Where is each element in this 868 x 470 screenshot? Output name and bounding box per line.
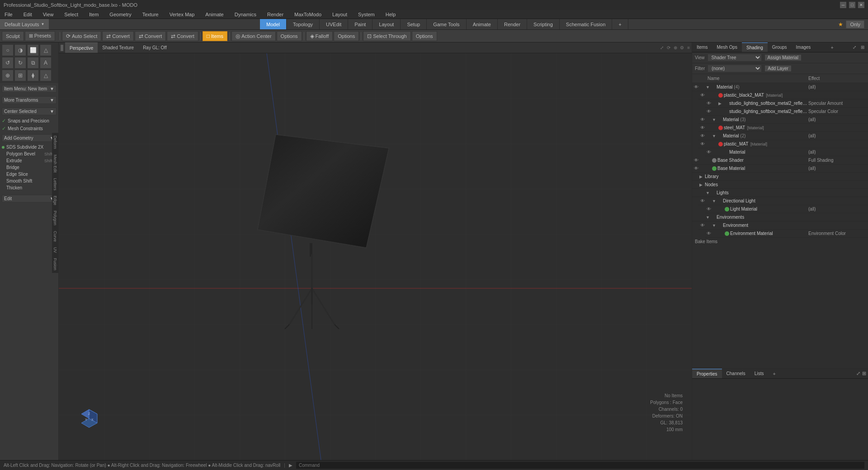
vis-icon-material-4[interactable]: 👁: [693, 84, 699, 90]
extrude-tool[interactable]: Extrude Shift-X: [0, 157, 58, 164]
sidebar-icon-4[interactable]: △: [40, 44, 52, 56]
items-button[interactable]: □ Items: [203, 31, 227, 41]
tab-topology[interactable]: Topology: [287, 19, 320, 29]
vis-icon-plastic-mat[interactable]: 👁: [699, 141, 706, 147]
vtab-letters[interactable]: Letters: [52, 175, 58, 193]
sidebar-icon-5[interactable]: ↺: [2, 57, 14, 69]
menu-geometry[interactable]: Geometry: [107, 11, 134, 18]
vis-icon-studio-sa[interactable]: 👁: [706, 100, 712, 107]
vis-icon-steel-mat[interactable]: 👁: [699, 125, 706, 131]
vis-icon-material-single[interactable]: 👁: [706, 149, 712, 155]
tree-row-studio-specular-amount[interactable]: 👁 ▶ studio_lighting_softbox_metal2_refle…: [705, 99, 868, 108]
right-tab-add[interactable]: +: [828, 44, 836, 51]
vis-icon-env-mat[interactable]: 👁: [706, 230, 712, 237]
tree-row-material-single[interactable]: 👁 Material (all): [705, 148, 868, 156]
action-center-button[interactable]: ◎ Action Center: [231, 31, 276, 41]
menu-edit[interactable]: Edit: [21, 11, 35, 18]
vtab-uv[interactable]: UV: [52, 244, 58, 256]
sidebar-icon-12[interactable]: △: [40, 70, 52, 81]
vis-icon-material-2[interactable]: 👁: [699, 133, 706, 139]
vis-icon-light-mat[interactable]: 👁: [706, 206, 712, 212]
menu-animate[interactable]: Animate: [203, 11, 226, 18]
lock-icon-material-single[interactable]: [712, 149, 718, 155]
sidebar-icon-8[interactable]: A: [40, 57, 52, 69]
rb-tab-lists[interactable]: Lists: [750, 369, 769, 378]
right-tab-images[interactable]: Images: [792, 42, 816, 52]
mesh-constraints-tool[interactable]: ✓ Mesh Constraints: [0, 125, 58, 132]
lock-icon-env-mat[interactable]: [712, 230, 718, 237]
right-tab-mesh-ops[interactable]: Mesh Ops: [712, 42, 742, 52]
edit-dropdown[interactable]: Edit ▼: [2, 195, 57, 202]
lock-icon-studio-sa[interactable]: [712, 100, 718, 107]
expand-material-3[interactable]: ▼: [712, 118, 717, 122]
command-input[interactable]: [296, 462, 864, 469]
tree-row-library[interactable]: ▶ Library: [692, 173, 868, 181]
tab-render[interactable]: Render: [498, 19, 527, 29]
more-transforms-dropdown[interactable]: More Transforms ▼: [2, 96, 57, 104]
viewport-expand-icon[interactable]: ⤢: [660, 45, 664, 50]
tab-setup[interactable]: Setup: [401, 19, 427, 29]
tab-game-tools[interactable]: Game Tools: [427, 19, 467, 29]
convert-button-2[interactable]: ⇄ Convert: [135, 31, 166, 41]
menu-maxtomodo[interactable]: MaxToModo: [292, 11, 324, 18]
view-dropdown[interactable]: Shader Tree: [708, 54, 762, 61]
item-menu-dropdown[interactable]: Item Menu: New Item ▼: [2, 85, 57, 93]
options-button-3[interactable]: Options: [412, 31, 437, 41]
vis-icon-material-3[interactable]: 👁: [699, 117, 706, 123]
menu-layout[interactable]: Layout: [330, 11, 350, 18]
tab-scripting[interactable]: Scripting: [527, 19, 560, 29]
add-geometry-dropdown[interactable]: Add Geometry ▼: [2, 134, 57, 142]
select-through-button[interactable]: ⊡ Select Through: [363, 31, 410, 41]
layout-dropdown[interactable]: Default Layouts ▼: [0, 19, 49, 29]
expand-nodes[interactable]: ▶: [699, 183, 705, 187]
sidebar-icon-9[interactable]: ⊕: [2, 70, 14, 81]
menu-dynamics[interactable]: Dynamics: [232, 11, 259, 18]
rb-tab-properties[interactable]: Properties: [692, 369, 722, 378]
edge-slice-tool[interactable]: Edge Slice: [0, 171, 58, 178]
expand-dir-light[interactable]: ▼: [712, 199, 717, 203]
menu-vertex-map[interactable]: Vertex Map: [167, 11, 198, 18]
tree-row-light-material[interactable]: 👁 Light Material (all): [705, 205, 868, 213]
viewport-tab-shaded[interactable]: Shaded Texture: [98, 42, 138, 53]
vis-icon-studio-sc[interactable]: 👁: [706, 108, 712, 115]
only-button[interactable]: Only: [846, 20, 864, 28]
sculpt-button[interactable]: Sculpt: [2, 31, 24, 41]
bake-items-row[interactable]: Bake Items: [692, 238, 868, 245]
viewport-lock-icon[interactable]: ⟳: [667, 45, 670, 50]
vis-icon-base-material[interactable]: 👁: [693, 165, 699, 172]
tree-row-plastic-black2[interactable]: 👁 plastic_black2_MAT [Material]: [698, 91, 868, 99]
add-layer-button[interactable]: Add Layer: [764, 65, 792, 72]
expand-library[interactable]: ▶: [699, 174, 705, 179]
convert-button-1[interactable]: ⇄ Convert: [102, 31, 134, 41]
sidebar-icon-11[interactable]: ⧫: [27, 70, 39, 81]
sidebar-icon-1[interactable]: ○: [2, 44, 14, 56]
tab-add[interactable]: +: [612, 19, 628, 29]
tree-row-material-2[interactable]: 👁 ▼ Material (2) (all): [698, 132, 868, 140]
sidebar-icon-10[interactable]: ⊞: [14, 70, 26, 81]
expand-environment[interactable]: ▼: [712, 223, 717, 228]
filter-dropdown[interactable]: (none): [708, 65, 762, 72]
tree-row-environment-material[interactable]: 👁 Environment Material Environment Color: [705, 230, 868, 238]
restore-button[interactable]: □: [849, 2, 855, 8]
vtab-deform[interactable]: Deform: [52, 133, 58, 152]
tree-row-material-3[interactable]: 👁 ▼ Material (3) (all): [698, 116, 868, 124]
tree-row-material-4[interactable]: 👁 ▼ Material (4) (all): [692, 83, 868, 91]
right-panel-icon-1[interactable]: ⤢: [851, 44, 858, 51]
sidebar-icon-3[interactable]: ⬜: [27, 44, 39, 56]
menu-file[interactable]: File: [2, 11, 15, 18]
vtab-fusion[interactable]: Fusion: [52, 255, 58, 273]
expand-environments[interactable]: ▼: [706, 215, 711, 220]
menu-render[interactable]: Render: [264, 11, 286, 18]
lock-icon-dir-light[interactable]: [706, 198, 712, 204]
menu-select[interactable]: Select: [61, 11, 81, 18]
vtab-edge[interactable]: Edge: [52, 193, 58, 208]
right-tab-shading[interactable]: Shading: [742, 42, 768, 52]
menu-view[interactable]: View: [40, 11, 57, 18]
sidebar-icon-7[interactable]: ⧉: [27, 57, 39, 69]
tree-row-nodes[interactable]: ▶ Nodes: [692, 181, 868, 189]
menu-help[interactable]: Help: [383, 11, 399, 18]
rb-icon-expand[interactable]: ⤢: [856, 371, 860, 376]
rb-tab-add[interactable]: +: [770, 370, 778, 377]
falloff-button[interactable]: ◈ Falloff: [306, 31, 333, 41]
tree-row-directional-light[interactable]: 👁 ▼ Directional Light: [698, 197, 868, 205]
